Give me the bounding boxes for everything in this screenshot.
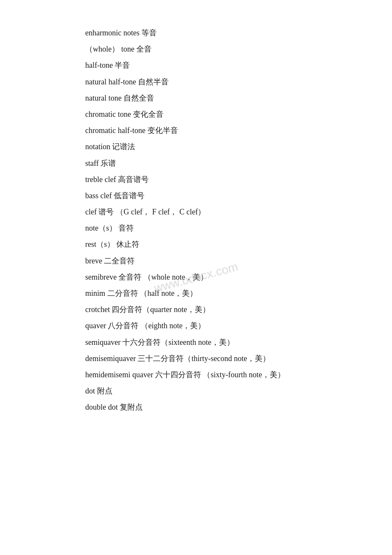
term-line-staff: staff 乐谱 — [85, 156, 307, 171]
term-line-hemidemisemiquaver: hemidemisemi quaver 六十四分音符 （sixty-fourth… — [85, 367, 307, 382]
term-line-enharmonic-notes: enharmonic notes 等音 — [85, 26, 307, 40]
term-line-dot: dot 附点 — [85, 384, 307, 398]
term-line-crotchet: crotchet 四分音符（quarter note，美） — [85, 302, 307, 317]
term-line-chromatic-tone: chromatic tone 变化全音 — [85, 107, 307, 121]
term-line-breve: breve 二全音符 — [85, 254, 307, 268]
term-line-natural-half-tone: natural half-tone 自然半音 — [85, 75, 307, 89]
term-line-chromatic-half-tone: chromatic half-tone 变化半音 — [85, 123, 307, 138]
term-line-rest-s: rest（s） 休止符 — [85, 237, 307, 251]
term-line-clef: clef 谱号 （G clef， F clef， C clef） — [85, 205, 307, 219]
term-line-semibreve: semibreve 全音符 （whole note，美） — [85, 270, 307, 284]
term-line-half-tone: half-tone 半音 — [85, 58, 307, 72]
term-line-bass-clef: bass clef 低音谱号 — [85, 188, 307, 203]
term-line-minim: minim 二分音符 （half note，美） — [85, 286, 307, 301]
term-line-treble-clef: treble clef 高音谱号 — [85, 172, 307, 187]
term-line-natural-tone: natural tone 自然全音 — [85, 91, 307, 105]
term-line-whole-tone: （whole） tone 全音 — [85, 42, 307, 56]
term-line-notation: notation 记谱法 — [85, 139, 307, 154]
term-line-double-dot: double dot 复附点 — [85, 400, 307, 414]
term-line-note-s: note（s） 音符 — [85, 221, 307, 235]
term-line-semiquaver: semiquaver 十六分音符（sixteenth note，美） — [85, 335, 307, 350]
term-line-demisemiquaver: demisemiquaver 三十二分音符（thirty-second note… — [85, 351, 307, 366]
term-line-quaver: quaver 八分音符 （eighth note，美） — [85, 318, 307, 333]
content-area: enharmonic notes 等音（whole） tone 全音half-t… — [85, 26, 307, 415]
